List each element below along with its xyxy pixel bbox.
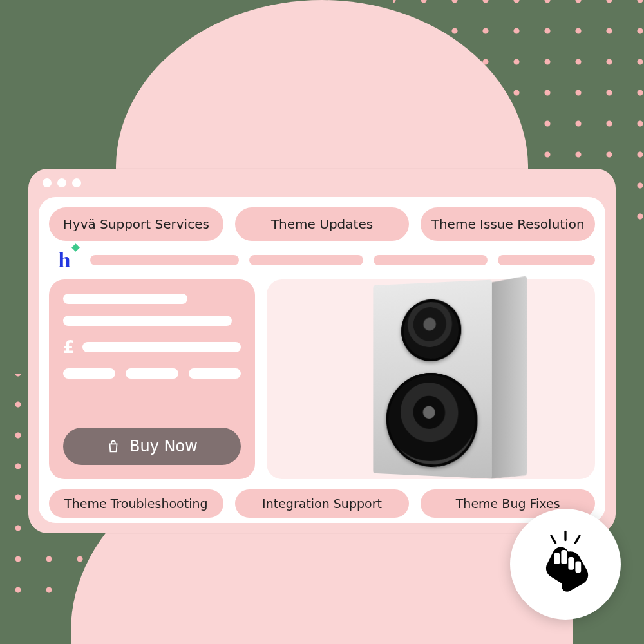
placeholder-line [63, 294, 187, 304]
nav-placeholder [90, 255, 239, 265]
window-controls [28, 169, 616, 194]
nav-placeholder [498, 255, 595, 265]
placeholder-chip [63, 368, 115, 379]
nav-placeholder [249, 255, 363, 265]
support-badge [510, 509, 621, 620]
placeholder-line [63, 316, 232, 326]
placeholder-chip [126, 368, 178, 379]
tab-theme-updates[interactable]: Theme Updates [235, 207, 410, 241]
speaker-illustration [373, 280, 492, 479]
brand-letter: h [59, 248, 71, 272]
variant-row [63, 368, 241, 379]
currency-symbol: £ [63, 337, 75, 357]
nav-secondary: h [49, 250, 595, 270]
leaf-icon [71, 243, 80, 252]
nav-placeholder [374, 255, 488, 265]
svg-line-1 [551, 536, 556, 543]
shopping-bag-icon [106, 439, 120, 453]
price-row: £ [63, 337, 241, 357]
product-panel: £ Buy Now [49, 279, 255, 479]
brand-logo[interactable]: h [49, 245, 80, 276]
tab-troubleshooting[interactable]: Theme Troubleshooting [49, 489, 223, 518]
placeholder-line [82, 342, 241, 352]
high-five-icon [530, 529, 601, 600]
page-body: Hyvä Support Services Theme Updates Them… [39, 197, 605, 523]
window-dot [57, 178, 66, 187]
window-dot [72, 178, 81, 187]
svg-rect-6 [575, 562, 581, 573]
placeholder-chip [189, 368, 241, 379]
buy-now-label: Buy Now [129, 437, 198, 455]
tabs-bottom: Theme Troubleshooting Integration Suppor… [49, 489, 595, 518]
tabs-top: Hyvä Support Services Theme Updates Them… [49, 207, 595, 241]
svg-line-2 [575, 536, 580, 543]
tab-integration[interactable]: Integration Support [235, 489, 410, 518]
svg-rect-5 [568, 557, 574, 570]
buy-now-button[interactable]: Buy Now [63, 428, 241, 465]
product-preview [267, 279, 595, 479]
tab-hyva-support[interactable]: Hyvä Support Services [49, 207, 223, 241]
svg-rect-4 [561, 550, 567, 564]
tab-issue-resolution[interactable]: Theme Issue Resolution [421, 207, 595, 241]
svg-rect-3 [554, 553, 560, 564]
browser-window: Hyvä Support Services Theme Updates Them… [28, 169, 616, 533]
window-dot [43, 178, 52, 187]
